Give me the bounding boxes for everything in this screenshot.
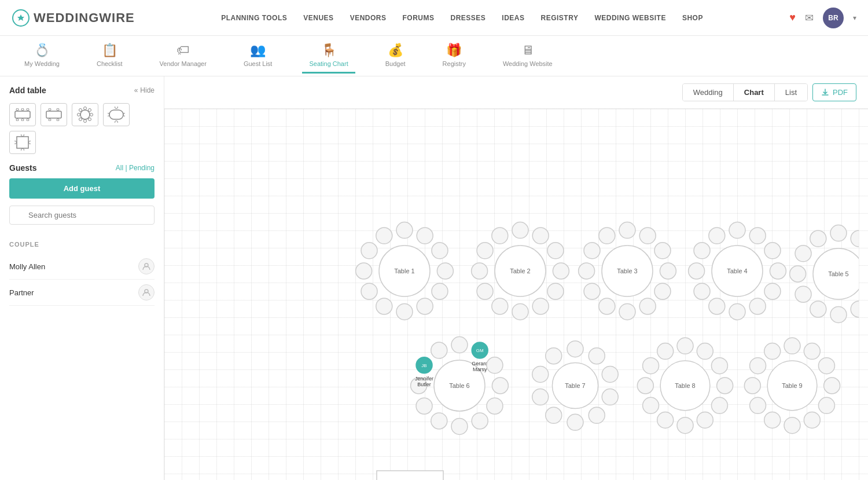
view-tab-group: Wedding Chart List	[682, 83, 808, 101]
avatar[interactable]: BR	[823, 8, 844, 28]
nav-planning-tools[interactable]: PLANNING TOOLS	[221, 14, 287, 22]
chevron-down-icon[interactable]: ▾	[853, 14, 856, 22]
svg-point-56	[512, 303, 528, 320]
svg-point-144	[677, 417, 693, 434]
svg-point-93	[851, 230, 859, 247]
table-type-round-large[interactable]	[9, 103, 36, 126]
svg-point-73	[579, 263, 595, 279]
nav-shop[interactable]: SHOP	[682, 14, 703, 22]
svg-point-88	[694, 243, 710, 259]
couple-section-label: COUPLE	[9, 241, 155, 248]
guest-add-button-partner[interactable]	[138, 284, 155, 301]
svg-point-81	[770, 263, 786, 279]
svg-point-102	[795, 246, 811, 262]
svg-point-67	[660, 263, 676, 279]
logo-text: WEDDINGWIRE	[34, 10, 135, 25]
guest-list-label: Guest List	[244, 60, 273, 67]
sidebar: Add table « Hide	[0, 76, 164, 480]
svg-point-76	[712, 246, 763, 296]
svg-point-111	[487, 357, 503, 373]
search-input[interactable]	[9, 206, 155, 225]
tab-list[interactable]: List	[775, 84, 807, 101]
svg-point-79	[749, 228, 766, 244]
svg-point-80	[764, 243, 781, 259]
favorites-icon[interactable]: ♥	[789, 12, 796, 24]
add-table-title: Add table	[9, 86, 46, 95]
table-type-oval[interactable]	[103, 103, 130, 126]
table-type-round-medium[interactable]	[41, 103, 67, 126]
svg-point-129	[602, 389, 618, 405]
svg-point-101	[790, 266, 806, 282]
svg-point-146	[643, 397, 659, 413]
svg-point-53	[553, 263, 569, 279]
svg-point-69	[639, 298, 656, 314]
nav-venues[interactable]: VENUES	[303, 14, 333, 22]
sidebar-item-guest-list[interactable]: 👥 Guest List	[237, 38, 279, 74]
seating-chart-icon: 🪑	[321, 43, 337, 58]
table-type-square[interactable]	[9, 131, 36, 154]
svg-point-124	[552, 362, 598, 408]
nav-ideas[interactable]: IDEAS	[502, 14, 524, 22]
guests-filter[interactable]: All | Pending	[116, 164, 155, 172]
registry-icon: 🎁	[446, 43, 462, 58]
hide-button[interactable]: « Hide	[134, 86, 155, 94]
vendor-manager-label: Vendor Manager	[160, 60, 207, 67]
tab-wedding[interactable]: Wedding	[683, 84, 734, 101]
svg-text:Table 5: Table 5	[828, 270, 848, 277]
svg-point-36	[396, 222, 413, 239]
sidebar-item-my-wedding[interactable]: 💍 My Wedding	[17, 38, 67, 74]
nav-wedding-website[interactable]: WEDDING WEBSITE	[594, 14, 666, 22]
top-nav-links: PLANNING TOOLS VENUES VENDORS FORUMS DRE…	[221, 14, 703, 22]
nav-vendors[interactable]: VENDORS	[350, 14, 387, 22]
svg-point-23	[115, 107, 118, 109]
nav-forums[interactable]: FORUMS	[402, 14, 434, 22]
svg-point-87	[689, 263, 705, 279]
svg-point-141	[717, 378, 733, 394]
sidebar-item-checklist[interactable]: 📋 Checklist	[90, 38, 130, 74]
svg-point-139	[697, 343, 713, 360]
messages-icon[interactable]: ✉	[805, 12, 814, 24]
logo[interactable]: WEDDINGWIRE	[12, 9, 135, 27]
svg-point-163	[764, 343, 781, 360]
svg-point-42	[396, 303, 413, 320]
svg-text:Table 1: Table 1	[394, 268, 414, 274]
svg-point-19	[89, 109, 91, 112]
sidebar-item-seating-chart[interactable]: 🪑 Seating Chart	[302, 38, 355, 74]
svg-point-131	[567, 414, 583, 430]
nav-registry[interactable]: REGISTRY	[541, 14, 579, 22]
pdf-button[interactable]: PDF	[812, 83, 856, 101]
sidebar-item-vendor-manager[interactable]: 🏷 Vendor Manager	[153, 38, 214, 74]
svg-point-4	[27, 108, 29, 111]
sidebar-add-table-header: Add table « Hide	[9, 86, 155, 95]
sidebar-item-wedding-website[interactable]: 🖥 Wedding Website	[496, 38, 560, 74]
svg-point-61	[492, 228, 508, 244]
svg-text:Table 8: Table 8	[675, 382, 695, 389]
svg-point-30	[14, 141, 17, 144]
add-guest-button[interactable]: Add guest	[9, 178, 155, 199]
guest-add-button-molly[interactable]	[138, 258, 155, 274]
svg-point-133	[532, 389, 549, 405]
sidebar-item-budget[interactable]: 💰 Budget	[378, 38, 413, 74]
svg-point-3	[21, 108, 24, 111]
svg-text:Table 4: Table 4	[727, 268, 747, 274]
svg-point-2	[16, 108, 19, 111]
table-type-circular[interactable]	[72, 103, 98, 126]
svg-point-155	[824, 378, 840, 394]
svg-point-10	[57, 108, 59, 111]
svg-rect-1	[15, 111, 30, 118]
sidebar-item-registry[interactable]: 🎁 Registry	[436, 38, 473, 74]
svg-point-147	[637, 378, 653, 394]
nav-dresses[interactable]: DRESSES	[450, 14, 486, 22]
chart-canvas[interactable]: Table 1Table 2Table 3Table 4Table 5Table…	[164, 109, 868, 480]
svg-text:Marsy: Marsy	[473, 367, 487, 372]
hide-arrows-icon: «	[134, 86, 138, 94]
svg-point-149	[657, 343, 674, 360]
svg-point-134	[532, 366, 549, 382]
checklist-label: Checklist	[97, 60, 123, 67]
svg-point-127	[589, 348, 605, 364]
search-wrapper	[9, 206, 155, 233]
tab-chart[interactable]: Chart	[734, 84, 775, 101]
svg-point-16	[78, 113, 80, 116]
svg-point-39	[437, 263, 453, 279]
svg-point-107	[472, 342, 488, 358]
